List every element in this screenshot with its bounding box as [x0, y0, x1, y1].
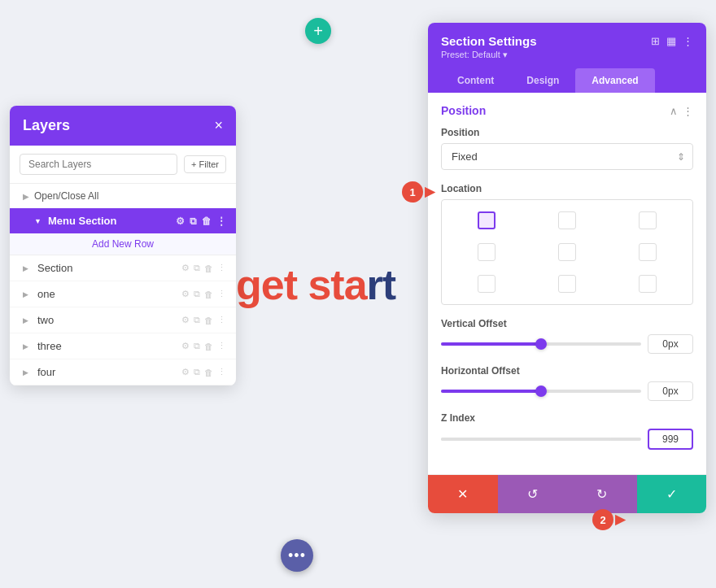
menu-section-icons: ⚙ ⧉ 🗑 ⋮	[176, 216, 226, 227]
four-settings-icon[interactable]: ⚙	[181, 367, 190, 377]
grid-cell-top-center[interactable]	[558, 211, 576, 229]
two-item-icons: ⚙ ⧉ 🗑 ⋮	[181, 315, 226, 325]
settings-footer: ✕ ↺ ↻ ✓	[428, 474, 706, 513]
vertical-offset-input[interactable]	[648, 334, 693, 354]
tab-advanced[interactable]: Advanced	[575, 68, 654, 93]
horizontal-offset-fill	[441, 390, 541, 393]
settings-body: Position ∧ ⋮ Position Fixed Absolute Rel…	[428, 93, 706, 474]
vertical-offset-fill	[441, 342, 541, 346]
layers-panel: Layers × + Filter ▶ Open/Close All ▼ Men…	[10, 106, 236, 385]
location-field-label: Location	[441, 183, 693, 194]
section-item-label: Section	[37, 262, 177, 274]
vertical-offset-thumb[interactable]	[535, 338, 547, 350]
layer-item-section[interactable]: ▶ Section ⚙ ⧉ 🗑 ⋮	[10, 255, 236, 281]
two-duplicate-icon[interactable]: ⧉	[194, 315, 200, 325]
settings-panel-title: Section Settings	[441, 34, 537, 48]
two-more-icon[interactable]: ⋮	[217, 315, 226, 325]
add-new-row-button[interactable]: Add New Row	[10, 233, 236, 255]
one-more-icon[interactable]: ⋮	[217, 289, 226, 299]
tab-content[interactable]: Content	[441, 68, 510, 93]
settings-icon[interactable]: ⚙	[176, 216, 185, 227]
section-item-icons: ⚙ ⧉ 🗑 ⋮	[181, 263, 226, 273]
responsive-icon[interactable]: ⊞	[651, 35, 660, 47]
step-2-arrow: ▶	[615, 512, 625, 527]
grid-cell-bottom-left[interactable]	[478, 275, 496, 293]
three-trash-icon[interactable]: 🗑	[204, 342, 213, 351]
position-select[interactable]: Fixed Absolute Relative Static	[441, 143, 693, 170]
two-settings-icon[interactable]: ⚙	[181, 315, 190, 325]
two-expand-arrow: ▶	[23, 316, 33, 324]
open-close-all[interactable]: ▶ Open/Close All	[10, 184, 236, 208]
open-close-arrow: ▶	[23, 192, 29, 201]
grid-cell-top-right[interactable]	[639, 211, 657, 229]
layer-item-three[interactable]: ▶ three ⚙ ⧉ 🗑 ⋮	[10, 333, 236, 359]
section-more-icon[interactable]: ⋮	[217, 263, 226, 273]
horizontal-offset-label: Horizontal Offset	[441, 365, 693, 377]
redo-button[interactable]: ↻	[567, 475, 637, 513]
one-duplicate-icon[interactable]: ⧉	[194, 289, 200, 299]
layers-close-button[interactable]: ×	[214, 117, 223, 134]
grid-icon[interactable]: ▦	[666, 35, 676, 47]
grid-cell-bottom-right[interactable]	[639, 275, 657, 293]
zindex-label: Z Index	[441, 412, 693, 424]
filter-button[interactable]: + Filter	[184, 155, 226, 173]
horizontal-offset-section: Horizontal Offset	[441, 365, 693, 401]
grid-cell-top-left[interactable]	[478, 211, 496, 229]
three-more-icon[interactable]: ⋮	[217, 341, 226, 351]
layers-search-row: + Filter	[10, 146, 236, 184]
confirm-button[interactable]: ✓	[637, 475, 707, 513]
cancel-button[interactable]: ✕	[428, 475, 498, 513]
vertical-offset-track[interactable]	[441, 342, 641, 346]
menu-section-expand: ▼	[34, 217, 41, 225]
four-expand-arrow: ▶	[23, 368, 33, 377]
add-button-top[interactable]: +	[305, 18, 331, 44]
layers-search-input[interactable]	[20, 154, 177, 175]
four-trash-icon[interactable]: 🗑	[204, 368, 213, 377]
collapse-icon[interactable]: ∧	[670, 105, 678, 117]
section-trash-icon[interactable]: 🗑	[204, 264, 213, 273]
horizontal-offset-thumb[interactable]	[535, 385, 547, 397]
position-field-label: Position	[441, 127, 693, 138]
section-duplicate-icon[interactable]: ⧉	[194, 263, 200, 273]
section-expand-arrow: ▶	[23, 264, 33, 272]
zindex-track[interactable]	[441, 438, 641, 441]
three-settings-icon[interactable]: ⚙	[181, 341, 190, 351]
three-duplicate-icon[interactable]: ⧉	[194, 341, 200, 351]
vertical-offset-label: Vertical Offset	[441, 318, 693, 329]
grid-cell-middle-center[interactable]	[558, 243, 576, 261]
layer-item-two[interactable]: ▶ two ⚙ ⧉ 🗑 ⋮	[10, 307, 236, 333]
grid-cell-middle-left[interactable]	[478, 243, 496, 261]
grid-cell-middle-right[interactable]	[639, 243, 657, 261]
layer-item-one[interactable]: ▶ one ⚙ ⧉ 🗑 ⋮	[10, 281, 236, 307]
layers-title: Layers	[23, 117, 70, 134]
more-options-button[interactable]: •••	[281, 539, 313, 572]
four-duplicate-icon[interactable]: ⧉	[194, 367, 200, 377]
duplicate-icon[interactable]: ⧉	[190, 216, 197, 227]
layers-header: Layers ×	[10, 106, 236, 146]
layer-item-four[interactable]: ▶ four ⚙ ⧉ 🗑 ⋮	[10, 359, 236, 385]
settings-title-row: Section Settings ⊞ ▦ ⋮	[441, 34, 693, 48]
position-more-icon[interactable]: ⋮	[683, 105, 693, 117]
position-section-controls: ∧ ⋮	[670, 105, 693, 117]
tab-design[interactable]: Design	[510, 68, 575, 93]
menu-section-row[interactable]: ▼ Menu Section ⚙ ⧉ 🗑 ⋮	[10, 208, 236, 233]
two-trash-icon[interactable]: 🗑	[204, 316, 213, 325]
horizontal-offset-input[interactable]	[648, 381, 693, 401]
four-more-icon[interactable]: ⋮	[217, 367, 226, 377]
undo-button[interactable]: ↺	[498, 475, 568, 513]
trash-icon[interactable]: 🗑	[202, 216, 212, 227]
more-settings-icon[interactable]: ⋮	[683, 35, 693, 47]
zindex-input[interactable]	[648, 429, 693, 450]
more-icon[interactable]: ⋮	[216, 216, 226, 227]
three-item-icons: ⚙ ⧉ 🗑 ⋮	[181, 341, 226, 351]
step-1-indicator: 1	[402, 181, 423, 203]
one-trash-icon[interactable]: 🗑	[204, 290, 213, 299]
menu-section-label: Menu Section	[48, 215, 171, 227]
horizontal-offset-track[interactable]	[441, 390, 641, 393]
one-expand-arrow: ▶	[23, 290, 33, 298]
grid-cell-bottom-center[interactable]	[558, 275, 576, 293]
section-settings-icon[interactable]: ⚙	[181, 263, 190, 273]
three-expand-arrow: ▶	[23, 342, 33, 351]
one-settings-icon[interactable]: ⚙	[181, 289, 190, 299]
settings-preset[interactable]: Preset: Default ▾	[441, 50, 693, 60]
